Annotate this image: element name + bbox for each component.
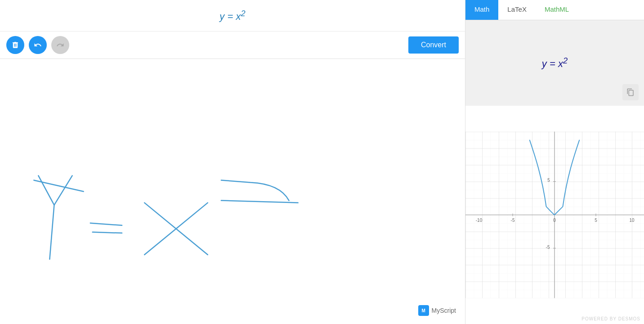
- redo-button[interactable]: [51, 36, 69, 54]
- preview-formula: y = x2: [542, 56, 568, 70]
- svg-text:-10: -10: [476, 218, 483, 223]
- svg-text:5: 5: [595, 218, 597, 223]
- copy-button[interactable]: [622, 84, 639, 100]
- svg-text:10: 10: [629, 218, 635, 223]
- undo-button[interactable]: [29, 36, 47, 54]
- myscript-logo: M: [418, 305, 429, 316]
- tab-mathml[interactable]: MathML: [536, 0, 578, 20]
- delete-button[interactable]: [6, 36, 24, 54]
- myscript-watermark: M MyScript: [418, 305, 456, 316]
- drawing-panel: y = x2 Convert: [0, 0, 465, 324]
- formula-display: y = x2: [0, 0, 465, 32]
- svg-text:0: 0: [553, 218, 556, 223]
- canvas-area[interactable]: M MyScript: [0, 59, 465, 324]
- graph-area: -10 -5 0 5 10 5 -5: [465, 106, 644, 324]
- tab-math[interactable]: Math: [465, 0, 498, 20]
- svg-text:-5: -5: [511, 218, 515, 223]
- right-panel: Math LaTeX MathML y = x2: [465, 0, 644, 324]
- svg-text:5: 5: [547, 178, 550, 183]
- powered-by-text: POWERED BY: [581, 316, 617, 321]
- math-preview: y = x2: [465, 20, 644, 106]
- desmos-watermark: POWERED BY desmos: [581, 316, 640, 321]
- tabs: Math LaTeX MathML: [465, 0, 644, 20]
- svg-text:-5: -5: [546, 245, 550, 250]
- myscript-text: MyScript: [432, 307, 456, 314]
- convert-button[interactable]: Convert: [408, 36, 459, 54]
- desmos-brand: desmos: [618, 316, 640, 321]
- tab-latex[interactable]: LaTeX: [498, 0, 536, 20]
- toolbar: Convert: [0, 32, 465, 59]
- formula-text: y = x2: [219, 9, 245, 22]
